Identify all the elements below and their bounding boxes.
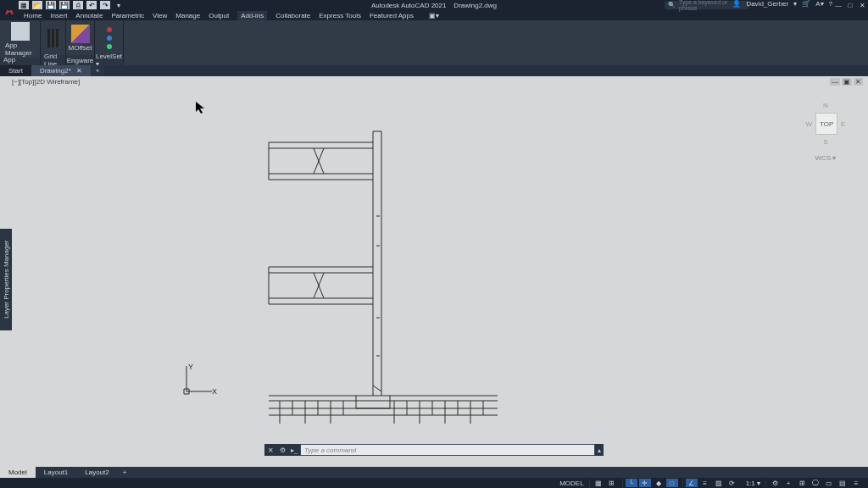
grid-line-icon	[47, 29, 59, 47]
start-tab-label: Start	[8, 67, 23, 75]
app-title: Autodesk AutoCAD 2021 Drawing2.dwg	[371, 2, 497, 9]
close-button[interactable]: ✕	[856, 0, 868, 10]
tab-annotate[interactable]: Annotate	[75, 12, 103, 19]
command-input[interactable]: Type a command	[301, 445, 594, 455]
cmd-recent-icon[interactable]: ▸_	[288, 444, 300, 456]
qat-save-icon[interactable]: 💾	[46, 1, 56, 9]
username-label[interactable]: David_Gerber	[746, 0, 788, 8]
tab-express-tools[interactable]: Express Tools	[319, 12, 361, 19]
qat-redo-icon[interactable]: ↷	[100, 1, 110, 9]
close-tab-icon[interactable]: ✕	[76, 67, 82, 75]
qat-new-icon[interactable]: ▦	[19, 1, 29, 9]
svg-line-44	[373, 385, 381, 391]
drawing-content: Y X	[0, 76, 868, 477]
moffset-button[interactable]: MOffset	[69, 25, 92, 52]
signin-icon[interactable]: 👤	[732, 0, 741, 8]
status-osnap-icon[interactable]: □	[666, 479, 678, 487]
status-customize-icon[interactable]: ≡	[850, 479, 862, 487]
status-annomon-icon[interactable]: +	[782, 479, 794, 487]
a360-icon[interactable]: 🛒	[802, 0, 810, 8]
search-icon: 🔍	[668, 2, 676, 8]
tab-collaborate[interactable]: Collaborate	[275, 12, 310, 19]
svg-text:X: X	[212, 387, 217, 396]
status-qp-icon[interactable]: ▤	[837, 479, 849, 487]
tab-parametric[interactable]: Parametric	[111, 12, 144, 19]
tab-featured-apps[interactable]: Featured Apps	[370, 12, 414, 19]
status-transparency-icon[interactable]: ▧	[713, 479, 725, 487]
document-tab-label: Drawing2*	[40, 67, 71, 75]
app-exchange-icon[interactable]: A▾	[815, 0, 823, 8]
status-ortho-icon[interactable]: └	[626, 479, 637, 487]
ribbon-panel-cycle-icon[interactable]: ▣▾	[429, 12, 439, 19]
start-tab[interactable]: Start	[0, 65, 31, 76]
tab-add-ins[interactable]: Add-ins	[237, 11, 267, 20]
status-annoscale[interactable]: 1:1 ▾	[743, 480, 764, 487]
ribbon-tabs: Home Insert Annotate Parametric View Man…	[0, 10, 868, 20]
layout-tab-model[interactable]: Model	[0, 467, 36, 478]
user-dropdown-icon[interactable]: ▾	[793, 0, 797, 8]
tab-output[interactable]: Output	[209, 12, 229, 19]
status-monitor-icon[interactable]: 🖵	[810, 479, 821, 487]
layout-tabs: Model Layout1 Layout2 +	[0, 467, 868, 478]
title-bar: ▦ 📂 💾 💾 ⎙ ↶ ↷ ▾ Autodesk AutoCAD 2021 Dr…	[0, 0, 868, 10]
grid-line-button[interactable]	[47, 29, 59, 47]
drawing-area[interactable]: [−][Top][2D Wireframe] — ▣ ✕ Layer Prope…	[0, 76, 868, 477]
qat-saveas-icon[interactable]: 💾	[59, 1, 70, 9]
panel-title-levelset[interactable]: LevelSet ▾	[95, 55, 123, 65]
ribbon: App Manager App Manager Grid Line MOffse…	[0, 20, 868, 65]
status-bar: MODEL ▦ ⊞ └ ✛ ◆ □ ∠ ≡ ▧ ⟳ 1:1 ▾ ⚙ + ⊞ 🖵 …	[0, 478, 868, 488]
moffset-icon	[71, 25, 90, 43]
document-tabs: Start Drawing2* ✕ +	[0, 65, 868, 76]
status-units-icon[interactable]: ▭	[823, 479, 835, 487]
moffset-label: MOffset	[69, 44, 92, 52]
command-placeholder: Type a command	[304, 446, 356, 454]
cmd-customize-icon[interactable]: ⚙	[276, 444, 288, 456]
qat-print-icon[interactable]: ⎙	[73, 1, 83, 9]
status-polar-icon[interactable]: ✛	[639, 479, 651, 487]
command-line[interactable]: ✕ ⚙ ▸_ Type a command ▴	[264, 444, 604, 456]
status-model-label[interactable]: MODEL	[556, 480, 587, 487]
document-tab[interactable]: Drawing2* ✕	[31, 65, 91, 76]
svg-text:Y: Y	[188, 363, 193, 371]
status-ws-icon[interactable]: ⊞	[796, 479, 808, 487]
maximize-button[interactable]: □	[844, 0, 856, 10]
app-title-prefix: Autodesk AutoCAD 2021	[371, 2, 447, 9]
qat-open-icon[interactable]: 📂	[32, 1, 42, 9]
app-manager-button[interactable]: App Manager	[5, 22, 35, 57]
app-manager-icon	[11, 22, 30, 41]
qat-more-icon[interactable]: ▾	[114, 1, 124, 9]
tab-insert[interactable]: Insert	[50, 12, 67, 19]
cmd-expand-icon[interactable]: ▴	[595, 444, 604, 456]
status-snapmode-icon[interactable]: ⊞	[606, 479, 618, 487]
panel-title-grid-line: Grid Line	[41, 55, 65, 65]
qat-undo-icon[interactable]: ↶	[86, 1, 97, 9]
panel-title-engware: Engware	[66, 55, 94, 65]
status-otrack-icon[interactable]: ∠	[686, 479, 698, 487]
app-title-doc: Drawing2.dwg	[453, 2, 497, 9]
minimize-button[interactable]: —	[832, 0, 844, 10]
status-gear-icon[interactable]: ⚙	[769, 479, 781, 487]
layout-tab-layout1[interactable]: Layout1	[36, 467, 76, 478]
cmd-close-icon[interactable]: ✕	[264, 444, 276, 456]
status-isodraft-icon[interactable]: ◆	[653, 479, 665, 487]
status-cycling-icon[interactable]: ⟳	[726, 479, 738, 487]
layout-tab-layout2[interactable]: Layout2	[76, 467, 117, 478]
app-manager-label: App Manager	[5, 42, 35, 57]
status-grid-icon[interactable]: ▦	[593, 479, 604, 487]
layout-tab-add[interactable]: +	[118, 467, 132, 478]
levelset-buttons[interactable]	[105, 25, 114, 51]
tab-home[interactable]: Home	[24, 12, 42, 19]
new-tab-button[interactable]: +	[91, 65, 105, 76]
tab-manage[interactable]: Manage	[175, 12, 200, 19]
status-lwt-icon[interactable]: ≡	[699, 479, 711, 487]
tab-view[interactable]: View	[153, 12, 167, 19]
